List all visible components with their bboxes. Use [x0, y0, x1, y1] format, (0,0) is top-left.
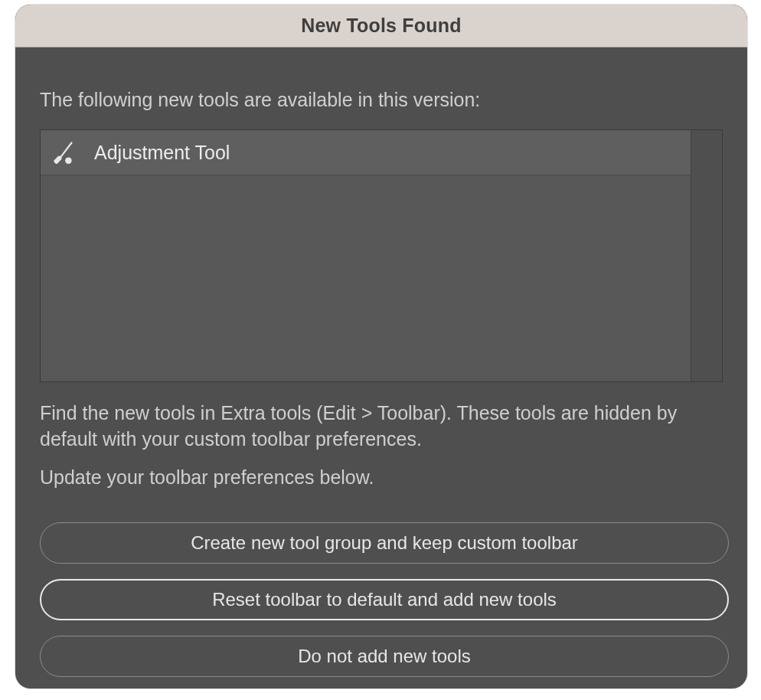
create-group-button[interactable]: Create new tool group and keep custom to… [40, 522, 729, 564]
intro-text: The following new tools are available in… [40, 89, 723, 111]
svg-point-0 [65, 157, 72, 164]
hint-text-2: Update your toolbar preferences below. [40, 466, 723, 489]
dialog-body: The following new tools are available in… [15, 47, 747, 689]
tool-list[interactable]: Adjustment Tool [40, 129, 723, 382]
tool-label: Adjustment Tool [94, 142, 230, 164]
do-not-add-button[interactable]: Do not add new tools [40, 636, 729, 677]
tool-row[interactable]: Adjustment Tool [41, 130, 699, 175]
titlebar: New Tools Found [15, 5, 747, 47]
new-tools-dialog: New Tools Found The following new tools … [15, 5, 747, 689]
adjustment-brush-icon [50, 139, 77, 166]
reset-toolbar-button[interactable]: Reset toolbar to default and add new too… [40, 579, 729, 620]
tool-list-scrollbar[interactable] [691, 130, 722, 381]
dialog-title: New Tools Found [301, 15, 461, 37]
hint-text-1: Find the new tools in Extra tools (Edit … [40, 401, 723, 453]
